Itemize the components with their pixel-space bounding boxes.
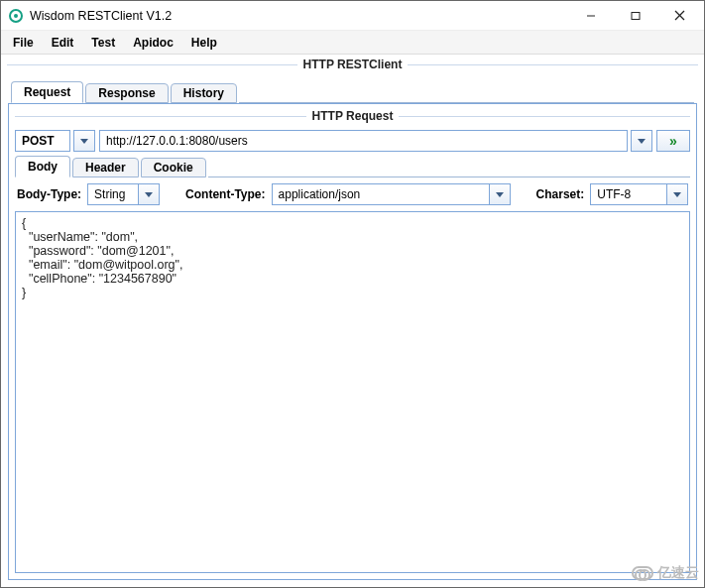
double-chevron-right-icon: » bbox=[669, 133, 677, 149]
menu-help[interactable]: Help bbox=[183, 33, 225, 53]
subtab-cookie[interactable]: Cookie bbox=[141, 158, 206, 177]
section-title-request: HTTP Request bbox=[9, 106, 696, 126]
window-title: Wisdom RESTClient V1.2 bbox=[30, 9, 172, 23]
body-options-row: Body-Type: String Content-Type: applicat… bbox=[9, 177, 696, 211]
svg-rect-1 bbox=[632, 12, 640, 19]
url-input-wrapper bbox=[99, 130, 628, 152]
window-titlebar: Wisdom RESTClient V1.2 bbox=[1, 1, 704, 31]
chevron-down-icon bbox=[496, 192, 504, 197]
chevron-down-icon bbox=[638, 139, 646, 144]
body-type-label: Body-Type: bbox=[17, 187, 81, 201]
url-input[interactable] bbox=[100, 131, 627, 151]
content-type-select[interactable]: application/json bbox=[272, 183, 490, 205]
body-type-value: String bbox=[88, 187, 138, 201]
close-button[interactable] bbox=[657, 2, 702, 30]
charset-dropdown-button[interactable] bbox=[666, 183, 688, 205]
tab-request[interactable]: Request bbox=[11, 81, 83, 103]
subtab-header[interactable]: Header bbox=[72, 158, 139, 177]
charset-label: Charset: bbox=[536, 187, 585, 201]
body-type-dropdown-button[interactable] bbox=[138, 183, 160, 205]
charset-select[interactable]: UTF-8 bbox=[590, 183, 667, 205]
url-row: POST » bbox=[9, 126, 696, 156]
main-tabs: Request Response History bbox=[11, 81, 694, 103]
send-request-button[interactable]: » bbox=[656, 130, 690, 152]
charset-value: UTF-8 bbox=[591, 187, 666, 201]
window-controls bbox=[568, 2, 702, 30]
http-method-select[interactable]: POST bbox=[15, 130, 70, 152]
menu-file[interactable]: File bbox=[5, 33, 42, 53]
maximize-button[interactable] bbox=[613, 2, 657, 30]
section-title-client-label: HTTP RESTClient bbox=[297, 58, 409, 71]
section-title-request-label: HTTP Request bbox=[306, 109, 400, 123]
menu-edit[interactable]: Edit bbox=[44, 33, 82, 53]
request-body-textarea[interactable] bbox=[16, 212, 689, 572]
http-method-dropdown-button[interactable] bbox=[73, 130, 95, 152]
section-title-client: HTTP RESTClient bbox=[1, 55, 704, 74]
chevron-down-icon bbox=[80, 139, 88, 144]
url-history-dropdown-button[interactable] bbox=[631, 130, 652, 152]
app-icon bbox=[9, 9, 23, 23]
menu-apidoc[interactable]: Apidoc bbox=[125, 33, 181, 53]
tab-history[interactable]: History bbox=[171, 83, 237, 103]
request-panel: HTTP Request POST » Body Header Cookie bbox=[8, 103, 697, 580]
subtab-body[interactable]: Body bbox=[15, 156, 70, 177]
tab-response[interactable]: Response bbox=[85, 83, 168, 103]
request-subtabs: Body Header Cookie bbox=[15, 156, 690, 177]
body-type-select[interactable]: String bbox=[87, 183, 139, 205]
minimize-button[interactable] bbox=[568, 2, 613, 30]
http-method-value: POST bbox=[16, 134, 69, 148]
content-type-label: Content-Type: bbox=[185, 187, 265, 201]
content-type-dropdown-button[interactable] bbox=[489, 183, 511, 205]
menu-bar: File Edit Test Apidoc Help bbox=[1, 31, 704, 55]
chevron-down-icon bbox=[145, 192, 153, 197]
menu-test[interactable]: Test bbox=[83, 33, 123, 53]
body-editor-wrapper bbox=[15, 211, 690, 573]
content-type-value: application/json bbox=[273, 187, 489, 201]
chevron-down-icon bbox=[673, 192, 681, 197]
